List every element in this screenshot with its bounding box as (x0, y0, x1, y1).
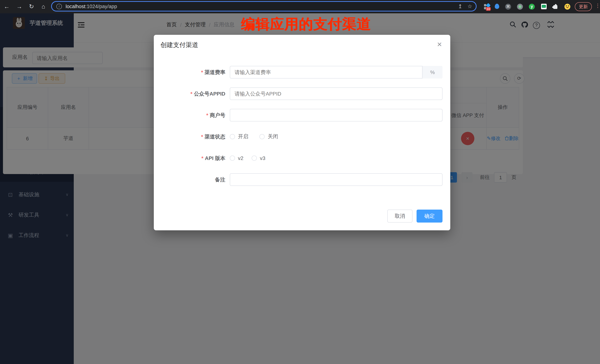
radio-api-v2[interactable]: v2 (230, 152, 244, 164)
form-row-status: *渠道状态 开启 关闭 (154, 130, 450, 143)
extension-recorder-icon[interactable] (517, 3, 523, 10)
browser-home-icon[interactable]: ⌂ (40, 3, 47, 10)
browser-back-icon[interactable]: ← (3, 3, 10, 10)
radio-status-closed[interactable]: 关闭 (260, 130, 278, 143)
form-row-rate: *渠道费率 % (154, 66, 450, 79)
form-row-api-version: *API 版本 v2 v3 (154, 152, 450, 164)
browser-forward-icon[interactable]: → (16, 3, 23, 10)
extension-badge: 10 (486, 7, 491, 11)
dialog-title: 创建支付渠道 (160, 41, 198, 49)
form-row-appid: *公众号APPID (154, 87, 450, 100)
radio-icon (260, 134, 265, 139)
screen: ← → ↻ ⌂ i localhost:1024/pay/app ↥ ☆ 10 … (0, 0, 600, 364)
extension-command-icon[interactable]: ⌘ (505, 3, 511, 10)
dialog-close-icon[interactable]: ✕ (437, 41, 442, 48)
extension-balloon-icon[interactable] (494, 3, 500, 10)
extensions-puzzle-icon[interactable] (552, 3, 559, 10)
cancel-button[interactable]: 取消 (387, 209, 412, 223)
radio-icon (252, 155, 257, 161)
profile-emoji-icon[interactable] (564, 3, 571, 10)
form-row-merchant: *商户号 (154, 109, 450, 121)
radio-status-open[interactable]: 开启 (230, 130, 248, 143)
extension-chat-icon[interactable]: ⋯ (540, 3, 547, 10)
extension-y-icon[interactable]: y (528, 3, 535, 10)
percent-suffix: % (422, 66, 442, 79)
share-icon[interactable]: ↥ (458, 3, 462, 9)
appid-input[interactable] (230, 87, 442, 100)
remark-input[interactable] (230, 173, 442, 186)
rate-input[interactable]: % (230, 66, 442, 79)
browser-toolbar: ← → ↻ ⌂ i localhost:1024/pay/app ↥ ☆ 10 … (0, 0, 600, 13)
browser-update-button[interactable]: 更新 (575, 2, 592, 11)
address-bar[interactable]: i localhost:1024/pay/app ↥ ☆ (51, 1, 477, 11)
radio-icon (230, 155, 235, 161)
browser-reload-icon[interactable]: ↻ (28, 3, 35, 10)
form-row-remark: 备注 (154, 173, 450, 186)
create-channel-dialog: 创建支付渠道 ✕ *渠道费率 % *公众号APPID *商户号 *渠道状 (154, 35, 450, 230)
radio-api-v3[interactable]: v3 (252, 152, 265, 164)
url-text[interactable]: localhost:1024/pay/app (66, 3, 117, 9)
radio-icon (230, 134, 235, 139)
merchant-input[interactable] (230, 109, 442, 121)
extension-tabs-icon[interactable]: 10 (484, 3, 490, 10)
site-info-icon[interactable]: i (56, 3, 62, 9)
bookmark-star-icon[interactable]: ☆ (468, 3, 472, 9)
browser-menu-icon[interactable]: ⋮ (595, 3, 600, 9)
annotation-text: 编辑应用的支付渠道 (241, 15, 371, 34)
confirm-button[interactable]: 确定 (417, 209, 442, 223)
